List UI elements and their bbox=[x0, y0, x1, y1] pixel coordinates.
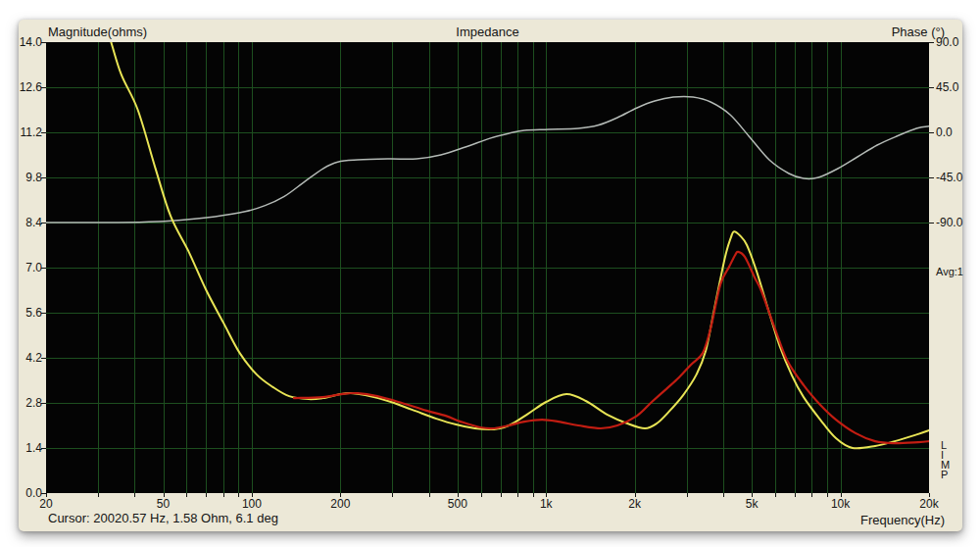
frequency-axis-title: Frequency(Hz) bbox=[860, 513, 945, 527]
app-name-label: LIMP bbox=[941, 440, 950, 479]
limp-graph-panel: Magnitude(ohms) Impedance Phase (°) 14.0… bbox=[19, 20, 962, 531]
phase-tick-label: 0.0 bbox=[936, 125, 979, 139]
magnitude-tick-label: 11.2 bbox=[0, 125, 42, 139]
phase-tick-label: -45.0 bbox=[936, 171, 979, 184]
frequency-tick-label: 100 bbox=[230, 497, 273, 511]
magnitude-tick-label: 2.8 bbox=[0, 396, 42, 410]
frequency-tick-label: 500 bbox=[436, 497, 479, 511]
chart-title: Impedance bbox=[46, 25, 929, 39]
frequency-tick-label: 10k bbox=[819, 497, 862, 511]
frequency-tick-label: 200 bbox=[318, 497, 362, 511]
frequency-tick-label: 1k bbox=[524, 497, 567, 511]
phase-tick-label: 45.0 bbox=[936, 80, 979, 94]
impedance-chart bbox=[46, 42, 929, 493]
magnitude-tick-label: 5.6 bbox=[0, 306, 42, 320]
phase-tick-label: 90.0 bbox=[936, 35, 979, 49]
averages-indicator: Avg:1 bbox=[936, 266, 963, 277]
magnitude-tick-label: 8.4 bbox=[0, 216, 42, 229]
frequency-tick-label: 2k bbox=[613, 497, 657, 511]
magnitude-tick-label: 7.0 bbox=[0, 261, 42, 274]
frequency-tick-label: 20k bbox=[907, 497, 951, 511]
frequency-tick-label: 50 bbox=[142, 497, 185, 511]
frequency-tick-label: 5k bbox=[730, 497, 773, 511]
magnitude-tick-label: 1.4 bbox=[0, 441, 42, 455]
cursor-readout: Cursor: 20020.57 Hz, 1.58 Ohm, 6.1 deg bbox=[48, 511, 278, 525]
magnitude-tick-label: 4.2 bbox=[0, 351, 42, 365]
phase-tick-label: -90.0 bbox=[936, 216, 979, 229]
frequency-tick-label: 20 bbox=[24, 497, 68, 511]
plot-area bbox=[46, 42, 929, 493]
magnitude-tick-label: 9.8 bbox=[0, 171, 42, 184]
magnitude-tick-label: 12.6 bbox=[0, 80, 42, 94]
magnitude-tick-label: 14.0 bbox=[0, 35, 42, 49]
